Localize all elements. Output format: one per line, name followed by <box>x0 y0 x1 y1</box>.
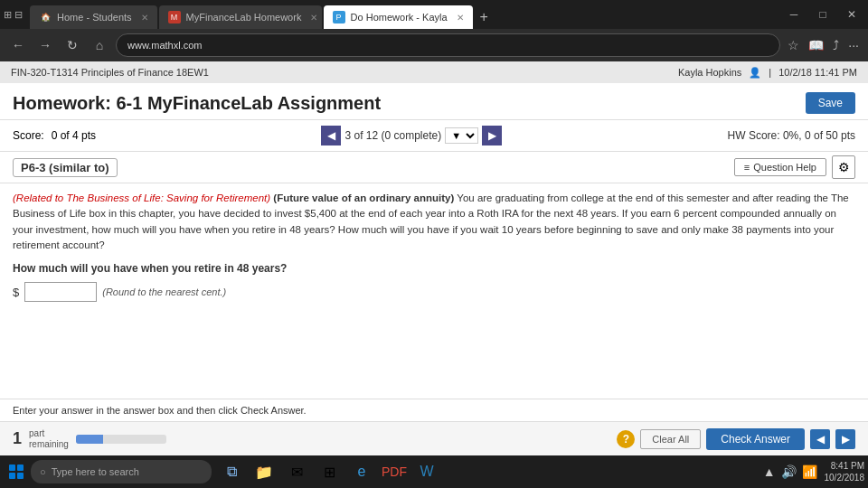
part-label: part remaining <box>29 428 69 450</box>
hw-score-label: HW Score: <box>728 129 780 142</box>
url-text: www.mathxl.com <box>127 40 203 51</box>
next-question-button[interactable]: ▶ <box>482 126 502 145</box>
progress-bar-container <box>76 435 166 444</box>
taskbar: ○ Type here to search ⧉ 📁 ✉ ⊞ e PDF <box>0 455 868 488</box>
user-name: Kayla Hopkins <box>678 67 741 78</box>
progress-bar-fill <box>76 435 103 444</box>
navigation-arrows: ◀ 3 of 12 (0 complete) ▼ ▶ <box>321 126 502 145</box>
forward-button[interactable]: → <box>34 34 56 56</box>
windows-logo <box>9 465 24 479</box>
hw-score-value: 0%, 0 of 50 pts <box>783 129 855 142</box>
assignment-header: Homework: 6-1 MyFinanceLab Assignment Sa… <box>0 83 868 120</box>
refresh-button[interactable]: ↻ <box>61 34 83 56</box>
instruction-text: Enter your answer in the answer box and … <box>13 405 307 416</box>
prev-button[interactable]: ◀ <box>810 429 830 449</box>
separator: | <box>769 67 771 78</box>
action-bar: 1 part remaining ? Clear All Check Answe… <box>0 421 868 455</box>
address-bar: ← → ↻ ⌂ www.mathxl.com ☆ 📖 ⤴ ··· <box>0 29 868 61</box>
answer-input[interactable] <box>24 282 97 302</box>
title-bar: ⊞ ⊟ 🏠 Home - Students ✕ M MyFinanceLab H… <box>0 0 868 29</box>
task-view-icon: ⧉ <box>227 464 237 480</box>
assignment-title: Homework: 6-1 MyFinanceLab Assignment <box>13 93 381 114</box>
edge-browser-button[interactable]: e <box>347 457 376 486</box>
word-button[interactable]: W <box>412 457 441 486</box>
course-header: FIN-320-T1314 Principles of Finance 18EW… <box>0 61 868 83</box>
bookmark-icon[interactable]: ☆ <box>786 36 801 54</box>
course-name: FIN-320-T1314 Principles of Finance 18EW… <box>11 67 209 78</box>
action-right: ? Clear All Check Answer ◀ ▶ <box>611 428 855 450</box>
settings-button[interactable]: ⚙ <box>832 155 855 179</box>
file-explorer-icon: 📁 <box>255 464 273 481</box>
network-icon: ▲ <box>763 465 776 479</box>
start-button[interactable] <box>4 459 29 484</box>
dollar-sign: $ <box>13 286 19 299</box>
next-button[interactable]: ▶ <box>835 429 855 449</box>
taskbar-right: ▲ 🔊 📶 8:41 PM 10/2/2018 <box>763 460 864 483</box>
part-label-line1: part <box>29 428 69 439</box>
question-help-label: Question Help <box>753 162 816 173</box>
back-button[interactable]: ← <box>7 34 29 56</box>
tab1-label: Home - Students <box>57 12 132 23</box>
main-content: Homework: 6-1 MyFinanceLab Assignment Sa… <box>0 83 868 455</box>
check-answer-button[interactable]: Check Answer <box>706 428 805 450</box>
tab1-close[interactable]: ✕ <box>141 13 148 23</box>
home-button[interactable]: ⌂ <box>89 34 110 56</box>
clear-all-button[interactable]: Clear All <box>640 429 701 449</box>
pdf-icon: PDF <box>382 465 407 479</box>
minimize-button[interactable]: ─ <box>781 5 807 23</box>
url-bar[interactable]: www.mathxl.com <box>116 33 780 57</box>
gear-icon: ⚙ <box>838 160 850 174</box>
course-date: 10/2/18 11:41 PM <box>778 67 857 78</box>
tab2-close[interactable]: ✕ <box>310 13 317 23</box>
tab-home-students[interactable]: 🏠 Home - Students ✕ <box>30 5 157 29</box>
taskbar-search-text: Type here to search <box>52 466 139 477</box>
save-button[interactable]: Save <box>806 92 855 114</box>
task-view-button[interactable]: ⧉ <box>217 457 246 486</box>
browser-tabs: 🏠 Home - Students ✕ M MyFinanceLab Homew… <box>30 0 772 29</box>
question-body: (Related to The Business of Life: Saving… <box>13 191 855 253</box>
tab3-close[interactable]: ✕ <box>457 13 464 23</box>
problem-bar: P6-3 (similar to) ≡ Question Help ⚙ <box>0 152 868 183</box>
tab3-icon: P <box>333 11 345 23</box>
taskbar-apps: ⧉ 📁 ✉ ⊞ e PDF W <box>217 457 441 486</box>
reader-icon[interactable]: 📖 <box>807 36 826 54</box>
mail-icon: ✉ <box>291 464 303 481</box>
pdf-button[interactable]: PDF <box>380 457 409 486</box>
help-button[interactable]: ? <box>617 430 635 448</box>
system-clock[interactable]: 8:41 PM 10/2/2018 <box>825 460 865 483</box>
progress-value: 3 of 12 (0 complete) <box>344 129 441 142</box>
file-explorer-button[interactable]: 📁 <box>250 457 278 486</box>
more-icon[interactable]: ··· <box>846 36 861 54</box>
question-help-button[interactable]: ≡ Question Help <box>734 158 826 176</box>
hw-score: HW Score: 0%, 0 of 50 pts <box>728 129 855 142</box>
share-icon[interactable]: ⤴ <box>831 36 841 54</box>
mail-button[interactable]: ✉ <box>282 457 311 486</box>
tab-do-homework[interactable]: P Do Homework - Kayla ✕ <box>324 5 473 29</box>
taskbar-search[interactable]: ○ Type here to search <box>31 460 212 483</box>
edge-icon: e <box>358 464 366 480</box>
bottom-instruction: Enter your answer in the answer box and … <box>0 399 868 421</box>
progress-dropdown[interactable]: ▼ <box>445 127 478 144</box>
tab2-label: MyFinanceLab Homework <box>186 12 302 23</box>
part-remaining: 1 part remaining <box>13 428 166 450</box>
system-tray: ▲ 🔊 📶 <box>763 465 817 479</box>
clock-time: 8:41 PM <box>825 460 865 472</box>
user-icon: 👤 <box>749 67 761 79</box>
close-button[interactable]: ✕ <box>839 5 864 23</box>
search-icon: ○ <box>40 466 46 477</box>
part-label-line2: remaining <box>29 439 69 450</box>
system-icons: ⊞ ⊟ <box>4 9 23 21</box>
window-controls: ─ □ ✕ <box>781 5 864 23</box>
maximize-button[interactable]: □ <box>810 5 835 23</box>
tab-myfinancelab[interactable]: M MyFinanceLab Homework ✕ <box>159 5 322 29</box>
round-note: (Round to the nearest cent.) <box>102 286 226 297</box>
apps-button[interactable]: ⊞ <box>315 457 344 486</box>
word-icon: W <box>420 464 433 480</box>
volume-icon: 🔊 <box>781 465 797 479</box>
prev-question-button[interactable]: ◀ <box>321 126 341 145</box>
new-tab-button[interactable]: + <box>475 5 494 29</box>
score-bar: Score: 0 of 4 pts ◀ 3 of 12 (0 complete)… <box>0 120 868 152</box>
list-icon: ≡ <box>744 162 750 173</box>
problem-label: P6-3 (similar to) <box>13 158 118 177</box>
part-number: 1 <box>13 429 22 448</box>
